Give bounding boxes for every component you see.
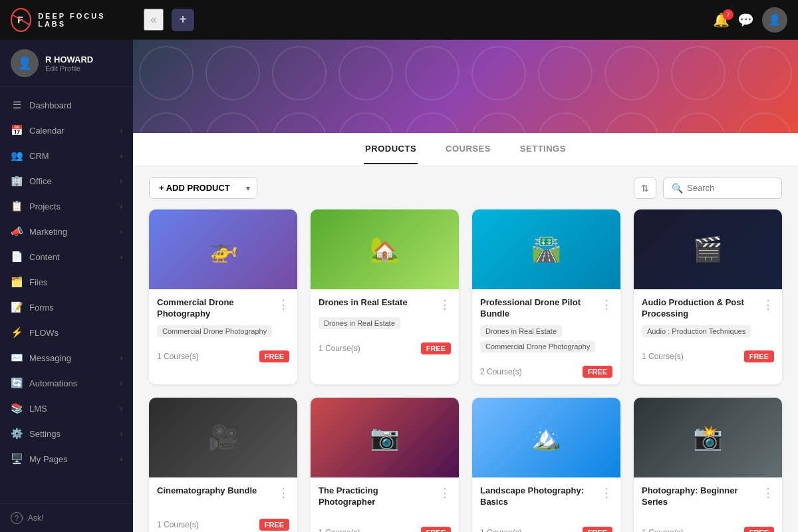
product-thumbnail: 🏔️ [472,398,620,477]
sidebar-item-messaging[interactable]: ✉️ Messaging › [0,345,133,370]
product-title: Drones in Real Estate [319,297,435,309]
lms-chevron: › [120,405,122,412]
product-title: The Practicing Photographer [319,485,435,508]
sidebar-item-mypages[interactable]: 🖥️ My Pages › [0,446,133,471]
projects-icon: 📋 [11,200,23,212]
sidebar-item-automations[interactable]: 🔄 Automations › [0,370,133,396]
automations-chevron: › [120,380,122,387]
dashboard-label: Dashboard [29,100,72,110]
tab-settings[interactable]: SETTINGS [519,134,567,164]
edit-profile-link[interactable]: Edit Profile [45,65,93,72]
lms-icon: 📚 [11,402,23,414]
office-label: Office [29,176,52,186]
search-input[interactable] [687,183,773,193]
avatar: 👤 [11,49,39,77]
add-product-dropdown-button[interactable]: ▾ [239,178,257,198]
hero-banner [133,40,798,133]
product-menu-button[interactable]: ⋮ [762,297,774,312]
content-chevron: › [120,253,122,261]
course-count: 2 Course(s) [480,367,522,376]
product-menu-button[interactable]: ⋮ [439,297,451,312]
sidebar-item-lms[interactable]: 📚 LMS › [0,396,133,421]
product-menu-button[interactable]: ⋮ [600,485,612,500]
sidebar-item-dashboard[interactable]: ☰ Dashboard [0,92,133,118]
price-badge: FREE [583,366,612,378]
app-logo: F DEEP FOCUS LABS [0,0,133,40]
calendar-label: Calendar [29,126,65,136]
sidebar-item-files[interactable]: 🗂️ Files [0,269,133,295]
calendar-icon: 📅 [11,124,23,136]
user-avatar[interactable]: 👤 [762,7,787,33]
sidebar-item-crm[interactable]: 👥 CRM › [0,143,133,168]
calendar-chevron: › [120,127,122,134]
sidebar-item-calendar[interactable]: 📅 Calendar › [0,118,133,143]
product-menu-button[interactable]: ⋮ [762,485,774,500]
sort-button[interactable]: ⇅ [634,178,656,199]
product-footer: 1 Course(s) FREE [149,345,297,369]
user-profile[interactable]: 👤 R HOWARD Edit Profile [0,40,133,87]
content-area: PRODUCTSCOURSESSETTINGS + ADD PRODUCT ▾ … [133,40,798,532]
sidebar-item-forms[interactable]: 📝 Forms [0,295,133,320]
tab-products[interactable]: PRODUCTS [364,134,418,164]
nav-left: 📣 Marketing [11,225,67,237]
sidebar-item-marketing[interactable]: 📣 Marketing › [0,219,133,244]
collapse-sidebar-button[interactable]: « [144,9,164,31]
product-title: Commercial Drone Photography [157,297,273,320]
product-tag: Drones in Real Estate [480,325,562,337]
product-title-row: Drones in Real Estate ⋮ [319,297,451,312]
product-footer: 1 Course(s) FREE [311,521,459,532]
product-title: Audio Production & Post Processing [642,297,758,320]
sidebar-item-content[interactable]: 📄 Content › [0,244,133,269]
price-badge: FREE [744,527,774,532]
product-title-row: The Practicing Photographer ⋮ [319,485,451,508]
product-title-row: Photography: Beginner Series ⋮ [642,485,774,508]
product-body: Commercial Drone Photography ⋮ Commercia… [149,289,297,345]
product-menu-button[interactable]: ⋮ [600,297,612,312]
main-content: « + 🔔 7 💬 👤 PRODUCTSCOURSESSETTINGS + AD… [133,0,798,532]
product-body: Landscape Photography: Basics ⋮ [472,477,620,521]
product-menu-button[interactable]: ⋮ [439,485,451,500]
product-title: Photography: Beginner Series [642,485,758,508]
profile-name: R HOWARD [45,55,93,65]
messaging-chevron: › [120,354,122,362]
product-menu-button[interactable]: ⋮ [277,485,289,500]
flows-icon: ⚡ [11,327,23,338]
add-product-main-button[interactable]: + ADD PRODUCT [150,178,239,198]
product-title-row: Commercial Drone Photography ⋮ [157,297,289,320]
nav-left: ☰ Dashboard [11,99,72,111]
product-tag: Drones in Real Estate [319,317,400,329]
sidebar-item-projects[interactable]: 📋 Projects › [0,194,133,219]
notifications-bell[interactable]: 🔔 7 [713,12,730,28]
search-icon: 🔍 [672,183,683,194]
files-icon: 🗂️ [11,276,23,288]
course-count: 1 Course(s) [157,520,199,529]
search-box: 🔍 [663,178,782,199]
sidebar-item-settings[interactable]: ⚙️ Settings › [0,421,133,446]
add-button[interactable]: + [172,9,194,31]
course-count: 1 Course(s) [642,352,684,361]
nav-left: 🖥️ My Pages [11,453,68,465]
product-body: Professional Drone Pilot Bundle ⋮ Drones… [472,289,620,360]
office-icon: 🏢 [11,175,23,187]
product-menu-button[interactable]: ⋮ [277,297,289,312]
automations-label: Automations [29,378,77,388]
nav-left: 📝 Forms [11,301,54,313]
product-title: Cinematography Bundle [157,485,273,497]
content-icon: 📄 [11,251,23,263]
sidebar: F DEEP FOCUS LABS 👤 R HOWARD Edit Profil… [0,0,133,532]
add-product-button-group[interactable]: + ADD PRODUCT ▾ [149,177,257,199]
messages-icon[interactable]: 💬 [737,12,754,28]
ask-button[interactable]: ? Ask! [0,503,133,532]
sidebar-item-flows[interactable]: ⚡ FLOWs [0,320,133,345]
mypages-chevron: › [120,456,122,463]
product-tags: Drones in Real EstateCommercial Drone Ph… [480,325,612,352]
nav-left: ⚡ FLOWs [11,327,59,338]
product-title: Landscape Photography: Basics [480,485,597,508]
sidebar-item-office[interactable]: 🏢 Office › [0,168,133,194]
tab-courses[interactable]: COURSES [444,134,492,164]
product-thumbnail: 🚁 [149,209,297,289]
projects-chevron: › [120,203,122,210]
content-label: Content [29,252,60,262]
mypages-icon: 🖥️ [11,453,23,465]
crm-chevron: › [120,152,122,160]
